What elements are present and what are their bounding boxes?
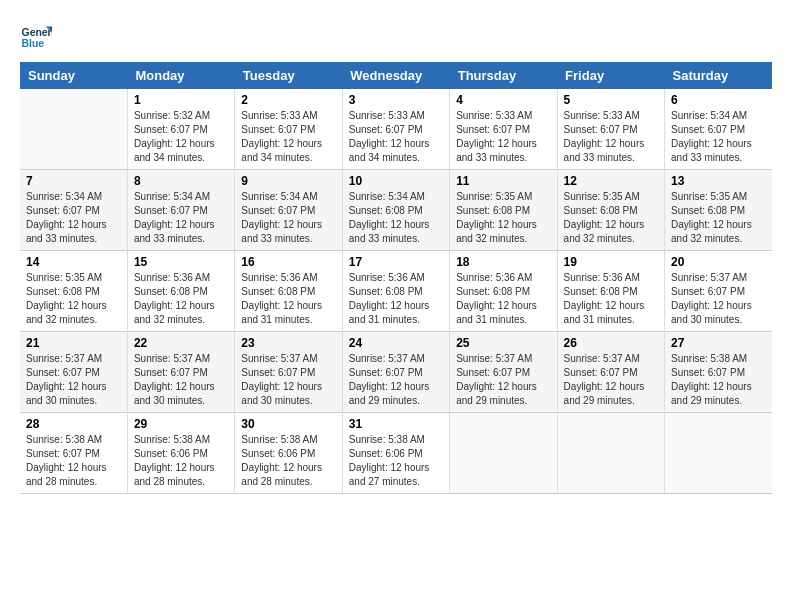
day-number: 25 [456, 336, 550, 350]
day-number: 12 [564, 174, 658, 188]
calendar-cell: 12Sunrise: 5:35 AMSunset: 6:08 PMDayligh… [557, 170, 664, 251]
calendar-cell: 23Sunrise: 5:37 AMSunset: 6:07 PMDayligh… [235, 332, 342, 413]
day-number: 19 [564, 255, 658, 269]
day-info: Sunrise: 5:38 AMSunset: 6:06 PMDaylight:… [134, 433, 228, 489]
week-row-1: 1Sunrise: 5:32 AMSunset: 6:07 PMDaylight… [20, 89, 772, 170]
day-number: 23 [241, 336, 335, 350]
day-number: 16 [241, 255, 335, 269]
weekday-header-saturday: Saturday [665, 62, 772, 89]
day-number: 18 [456, 255, 550, 269]
calendar-cell [665, 413, 772, 494]
day-info: Sunrise: 5:37 AMSunset: 6:07 PMDaylight:… [564, 352, 658, 408]
day-number: 7 [26, 174, 121, 188]
svg-text:General: General [22, 27, 52, 38]
day-info: Sunrise: 5:37 AMSunset: 6:07 PMDaylight:… [134, 352, 228, 408]
calendar-cell: 8Sunrise: 5:34 AMSunset: 6:07 PMDaylight… [127, 170, 234, 251]
day-info: Sunrise: 5:37 AMSunset: 6:07 PMDaylight:… [241, 352, 335, 408]
weekday-header-row: SundayMondayTuesdayWednesdayThursdayFrid… [20, 62, 772, 89]
day-info: Sunrise: 5:35 AMSunset: 6:08 PMDaylight:… [456, 190, 550, 246]
day-info: Sunrise: 5:35 AMSunset: 6:08 PMDaylight:… [671, 190, 766, 246]
week-row-2: 7Sunrise: 5:34 AMSunset: 6:07 PMDaylight… [20, 170, 772, 251]
calendar-cell: 19Sunrise: 5:36 AMSunset: 6:08 PMDayligh… [557, 251, 664, 332]
day-info: Sunrise: 5:34 AMSunset: 6:07 PMDaylight:… [241, 190, 335, 246]
logo: General Blue [20, 20, 52, 52]
logo-icon: General Blue [20, 20, 52, 52]
svg-text:Blue: Blue [22, 38, 45, 49]
weekday-header-friday: Friday [557, 62, 664, 89]
day-number: 27 [671, 336, 766, 350]
day-number: 2 [241, 93, 335, 107]
day-number: 21 [26, 336, 121, 350]
day-info: Sunrise: 5:37 AMSunset: 6:07 PMDaylight:… [456, 352, 550, 408]
page-container: General Blue SundayMondayTuesdayWednesda… [20, 20, 772, 494]
calendar-cell: 15Sunrise: 5:36 AMSunset: 6:08 PMDayligh… [127, 251, 234, 332]
calendar-cell: 10Sunrise: 5:34 AMSunset: 6:08 PMDayligh… [342, 170, 449, 251]
calendar-cell: 31Sunrise: 5:38 AMSunset: 6:06 PMDayligh… [342, 413, 449, 494]
calendar-cell: 13Sunrise: 5:35 AMSunset: 6:08 PMDayligh… [665, 170, 772, 251]
day-number: 30 [241, 417, 335, 431]
day-info: Sunrise: 5:32 AMSunset: 6:07 PMDaylight:… [134, 109, 228, 165]
day-number: 28 [26, 417, 121, 431]
day-info: Sunrise: 5:33 AMSunset: 6:07 PMDaylight:… [456, 109, 550, 165]
calendar-cell: 28Sunrise: 5:38 AMSunset: 6:07 PMDayligh… [20, 413, 127, 494]
calendar-cell: 20Sunrise: 5:37 AMSunset: 6:07 PMDayligh… [665, 251, 772, 332]
day-info: Sunrise: 5:36 AMSunset: 6:08 PMDaylight:… [241, 271, 335, 327]
day-info: Sunrise: 5:33 AMSunset: 6:07 PMDaylight:… [349, 109, 443, 165]
calendar-cell: 21Sunrise: 5:37 AMSunset: 6:07 PMDayligh… [20, 332, 127, 413]
day-info: Sunrise: 5:38 AMSunset: 6:06 PMDaylight:… [349, 433, 443, 489]
calendar-cell [450, 413, 557, 494]
calendar-cell: 27Sunrise: 5:38 AMSunset: 6:07 PMDayligh… [665, 332, 772, 413]
day-info: Sunrise: 5:34 AMSunset: 6:08 PMDaylight:… [349, 190, 443, 246]
day-info: Sunrise: 5:38 AMSunset: 6:06 PMDaylight:… [241, 433, 335, 489]
day-number: 5 [564, 93, 658, 107]
week-row-4: 21Sunrise: 5:37 AMSunset: 6:07 PMDayligh… [20, 332, 772, 413]
calendar-cell [557, 413, 664, 494]
day-number: 24 [349, 336, 443, 350]
day-info: Sunrise: 5:34 AMSunset: 6:07 PMDaylight:… [26, 190, 121, 246]
weekday-header-wednesday: Wednesday [342, 62, 449, 89]
day-number: 3 [349, 93, 443, 107]
weekday-header-thursday: Thursday [450, 62, 557, 89]
day-info: Sunrise: 5:37 AMSunset: 6:07 PMDaylight:… [349, 352, 443, 408]
calendar-cell: 14Sunrise: 5:35 AMSunset: 6:08 PMDayligh… [20, 251, 127, 332]
calendar-cell: 25Sunrise: 5:37 AMSunset: 6:07 PMDayligh… [450, 332, 557, 413]
day-number: 26 [564, 336, 658, 350]
day-number: 22 [134, 336, 228, 350]
calendar-cell: 17Sunrise: 5:36 AMSunset: 6:08 PMDayligh… [342, 251, 449, 332]
day-info: Sunrise: 5:36 AMSunset: 6:08 PMDaylight:… [456, 271, 550, 327]
header: General Blue [20, 20, 772, 52]
calendar-cell: 9Sunrise: 5:34 AMSunset: 6:07 PMDaylight… [235, 170, 342, 251]
calendar-cell: 18Sunrise: 5:36 AMSunset: 6:08 PMDayligh… [450, 251, 557, 332]
calendar-cell [20, 89, 127, 170]
day-info: Sunrise: 5:34 AMSunset: 6:07 PMDaylight:… [134, 190, 228, 246]
day-number: 14 [26, 255, 121, 269]
day-number: 15 [134, 255, 228, 269]
calendar-cell: 1Sunrise: 5:32 AMSunset: 6:07 PMDaylight… [127, 89, 234, 170]
day-info: Sunrise: 5:33 AMSunset: 6:07 PMDaylight:… [564, 109, 658, 165]
day-info: Sunrise: 5:35 AMSunset: 6:08 PMDaylight:… [564, 190, 658, 246]
day-number: 20 [671, 255, 766, 269]
day-number: 8 [134, 174, 228, 188]
day-info: Sunrise: 5:35 AMSunset: 6:08 PMDaylight:… [26, 271, 121, 327]
day-info: Sunrise: 5:34 AMSunset: 6:07 PMDaylight:… [671, 109, 766, 165]
calendar-cell: 6Sunrise: 5:34 AMSunset: 6:07 PMDaylight… [665, 89, 772, 170]
day-info: Sunrise: 5:38 AMSunset: 6:07 PMDaylight:… [26, 433, 121, 489]
day-number: 13 [671, 174, 766, 188]
day-info: Sunrise: 5:37 AMSunset: 6:07 PMDaylight:… [26, 352, 121, 408]
day-info: Sunrise: 5:33 AMSunset: 6:07 PMDaylight:… [241, 109, 335, 165]
calendar-cell: 11Sunrise: 5:35 AMSunset: 6:08 PMDayligh… [450, 170, 557, 251]
calendar-cell: 22Sunrise: 5:37 AMSunset: 6:07 PMDayligh… [127, 332, 234, 413]
calendar-cell: 29Sunrise: 5:38 AMSunset: 6:06 PMDayligh… [127, 413, 234, 494]
day-number: 1 [134, 93, 228, 107]
calendar-cell: 2Sunrise: 5:33 AMSunset: 6:07 PMDaylight… [235, 89, 342, 170]
calendar-cell: 26Sunrise: 5:37 AMSunset: 6:07 PMDayligh… [557, 332, 664, 413]
weekday-header-sunday: Sunday [20, 62, 127, 89]
day-info: Sunrise: 5:36 AMSunset: 6:08 PMDaylight:… [349, 271, 443, 327]
day-info: Sunrise: 5:37 AMSunset: 6:07 PMDaylight:… [671, 271, 766, 327]
calendar-cell: 5Sunrise: 5:33 AMSunset: 6:07 PMDaylight… [557, 89, 664, 170]
calendar-table: SundayMondayTuesdayWednesdayThursdayFrid… [20, 62, 772, 494]
day-number: 6 [671, 93, 766, 107]
day-number: 17 [349, 255, 443, 269]
calendar-cell: 30Sunrise: 5:38 AMSunset: 6:06 PMDayligh… [235, 413, 342, 494]
week-row-5: 28Sunrise: 5:38 AMSunset: 6:07 PMDayligh… [20, 413, 772, 494]
